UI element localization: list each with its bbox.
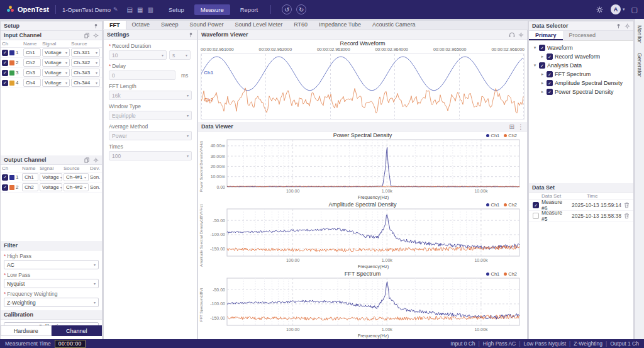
gear-icon[interactable] [596, 6, 603, 14]
tree-checkbox[interactable]: ✓ [547, 71, 553, 77]
fft-length-select[interactable]: 16k▾ [109, 91, 192, 100]
caret-icon[interactable]: ▾ [533, 45, 537, 50]
delete-icon[interactable] [624, 202, 630, 208]
tree-checkbox[interactable]: ✓ [547, 80, 553, 86]
side-tab-generator[interactable]: Generator [636, 53, 643, 77]
average-method-select[interactable]: Power▾ [109, 131, 192, 140]
high-pass-select[interactable]: AC▾ [4, 260, 99, 269]
analysis-tab-sound-power[interactable]: Sound Power [184, 20, 230, 30]
source-select[interactable]: Ch-3#2▾ [71, 59, 100, 67]
tab-primary[interactable]: Primary [529, 31, 563, 40]
tree-checkbox[interactable]: ✓ [539, 45, 545, 51]
window-type-select[interactable]: Equiripple▾ [109, 111, 192, 120]
pin-icon[interactable] [188, 32, 194, 38]
headphone-icon[interactable] [509, 31, 515, 38]
source-select[interactable]: Ch-3#3▾ [71, 69, 100, 77]
channel-name-input[interactable]: Ch1 [23, 48, 41, 57]
undo-button[interactable]: ↺ [282, 4, 292, 14]
tree-item-fft-spectrum[interactable]: ▸✓FFT Spectrum [529, 70, 633, 79]
caret-icon[interactable]: ▸ [540, 89, 545, 94]
edit-project-icon[interactable]: ✎ [113, 6, 118, 13]
analysis-tab-octave[interactable]: Octave [126, 20, 156, 30]
tree-item-waveform[interactable]: ▾✓Waveform [529, 43, 633, 52]
analysis-tab-fft[interactable]: FFT [103, 20, 126, 30]
caret-icon[interactable]: ▸ [540, 72, 545, 77]
channel-name-input[interactable]: Ch2 [23, 59, 41, 67]
avatar[interactable]: A [611, 4, 621, 14]
tab-channel[interactable]: Channel [52, 325, 103, 336]
delete-icon[interactable] [624, 213, 630, 219]
source-select[interactable]: Ch-3#1▾ [71, 48, 100, 57]
signal-select[interactable]: Voltage▾ [42, 48, 70, 57]
amplitude-spectral-density-chart[interactable]: Amplitude Spectral DensityCh1Ch2Amplitud… [198, 201, 527, 270]
times-select[interactable]: 100▾ [109, 151, 192, 160]
fft-spectrum-chart[interactable]: FFT SpectrumCh1Ch2FFT Spectrum(dBV)100.0… [198, 270, 527, 339]
tab-hardware[interactable]: Hardware [1, 325, 52, 336]
project-name[interactable]: 1-OpenTest Demo [62, 6, 111, 13]
grid-view-icon[interactable]: ⊞ [509, 123, 514, 130]
dataset-row[interactable]: Measure #52025-10-13 15:58:38 [529, 211, 633, 222]
caret-icon[interactable]: ▸ [540, 54, 545, 59]
caret-icon[interactable]: ▸ [540, 81, 545, 86]
gear-icon[interactable] [518, 32, 524, 38]
workspace-icon[interactable]: ▢ [631, 6, 638, 14]
copy-icon[interactable] [84, 157, 90, 163]
pin-icon[interactable] [616, 23, 621, 29]
record-duration-unit-select[interactable]: s▾ [169, 50, 191, 60]
channel-enable-checkbox[interactable]: ✓ [2, 60, 8, 66]
channel-name-input[interactable]: Ch4 [23, 79, 41, 87]
low-pass-select[interactable]: Nyquist▾ [4, 279, 99, 288]
tree-checkbox[interactable]: ✓ [539, 62, 545, 69]
dataset-checkbox[interactable]: ✓ [533, 202, 539, 208]
delay-input[interactable]: 0 [109, 70, 175, 80]
analysis-tab-sound-level-meter[interactable]: Sound Level Meter [230, 20, 289, 30]
channel-enable-checkbox[interactable]: ✓ [2, 184, 8, 191]
record-duration-select[interactable]: 10▾ [109, 50, 167, 60]
tree-item-record-waveform[interactable]: ▸✓Record Waveform [529, 52, 633, 61]
side-tab-monitor[interactable]: Monitor [636, 25, 643, 43]
channel-name-input[interactable]: Ch2 [22, 183, 38, 191]
copy-icon[interactable] [84, 33, 90, 38]
signal-select[interactable]: Voltage▾ [42, 79, 70, 87]
power-spectral-density-chart[interactable]: Power Spectral DensityCh1Ch2Power Spectr… [198, 132, 527, 201]
analysis-tab-sweep[interactable]: Sweep [155, 20, 184, 30]
pin-icon[interactable] [93, 23, 99, 29]
tab-processed[interactable]: Processed [563, 31, 602, 40]
channel-name-input[interactable]: Ch1 [22, 173, 38, 181]
layout-grid-icon[interactable]: ▦ [137, 6, 143, 13]
nav-setup[interactable]: Setup [162, 4, 191, 15]
frequency-weighting-select[interactable]: Z-Weighting▾ [4, 298, 99, 307]
analysis-tab-rt60[interactable]: RT60 [288, 20, 313, 30]
analysis-tab-acoustic-camera[interactable]: Acoustic Camera [367, 20, 421, 30]
signal-select[interactable]: Voltage▾ [42, 69, 70, 77]
layout-left-icon[interactable]: ▤ [127, 6, 133, 13]
nav-report[interactable]: Report [234, 4, 265, 15]
source-select[interactable]: Ch-4#2▾ [64, 183, 89, 191]
waveform-plot[interactable]: Ch1Ch2 [201, 53, 525, 120]
redo-button[interactable]: ↻ [296, 4, 306, 14]
chevron-down-icon[interactable]: ▾ [623, 7, 625, 12]
channel-enable-checkbox[interactable]: ✓ [2, 80, 8, 86]
channel-name-input[interactable]: Ch3 [23, 69, 41, 77]
nav-measure[interactable]: Measure [194, 4, 230, 15]
layout-right-icon[interactable]: ▥ [147, 6, 153, 13]
gear-icon[interactable] [93, 157, 99, 163]
source-select[interactable]: Ch-3#4▾ [71, 79, 100, 87]
tree-item-amplitude-spectral-density[interactable]: ▸✓Amplitude Spectral Density [529, 79, 633, 87]
signal-select[interactable]: Voltage▾ [42, 59, 70, 67]
more-options-icon[interactable]: ⋮ [518, 123, 524, 130]
channel-enable-checkbox[interactable]: ✓ [2, 70, 8, 76]
tree-checkbox[interactable]: ✓ [547, 89, 553, 95]
dataset-checkbox[interactable] [533, 213, 539, 219]
tree-checkbox[interactable]: ✓ [547, 53, 553, 60]
source-select[interactable]: Ch-4#1▾ [64, 173, 89, 181]
analysis-tab-impedance-tube[interactable]: Impedance Tube [313, 20, 367, 30]
caret-icon[interactable]: ▾ [533, 63, 537, 68]
gear-icon[interactable] [93, 33, 99, 38]
gear-icon[interactable] [625, 23, 630, 29]
tree-item-power-spectral-density[interactable]: ▸✓Power Spectral Density [529, 87, 633, 96]
signal-select[interactable]: Voltage▾ [40, 173, 62, 181]
channel-enable-checkbox[interactable]: ✓ [2, 174, 8, 181]
channel-enable-checkbox[interactable]: ✓ [2, 50, 8, 56]
tree-item-analysis-data[interactable]: ▾✓Analysis Data [529, 61, 633, 70]
